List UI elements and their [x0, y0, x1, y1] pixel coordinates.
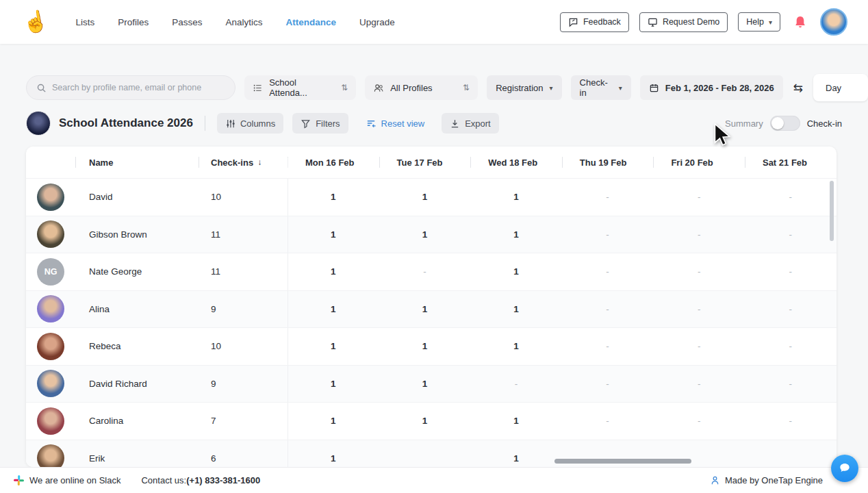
day-value: -	[653, 403, 745, 440]
user-avatar[interactable]	[820, 8, 847, 36]
day-value: -	[653, 253, 745, 290]
contact-label: Contact us:	[141, 475, 186, 485]
monitor-icon	[648, 17, 658, 27]
horizontal-scrollbar[interactable]	[554, 459, 691, 464]
toggle-label-checkin[interactable]: Check-in	[807, 118, 842, 129]
day-view-label: Day	[826, 83, 841, 93]
table-row[interactable]: Rebeca 10 1 1 1 - - -	[26, 327, 837, 365]
nav-upgrade[interactable]: Upgrade	[359, 17, 395, 27]
day-value: -	[745, 216, 837, 253]
day-value: 1	[470, 291, 562, 328]
profile-avatar	[37, 184, 64, 211]
registration-label: Registration	[496, 83, 543, 93]
made-by-link[interactable]: Made by OneTap Engine	[710, 475, 823, 485]
onetap-logo-icon[interactable]: ☝	[21, 10, 50, 34]
checkin-label: Check-in	[580, 77, 613, 98]
day-value: -	[562, 216, 654, 253]
top-navbar: ☝ Lists Profiles Passes Analytics Attend…	[0, 0, 868, 44]
feedback-button[interactable]: Feedback	[560, 12, 629, 32]
col-header-day-5: Sat 21 Feb	[745, 157, 837, 168]
day-value: -	[745, 179, 837, 216]
slack-icon	[14, 475, 24, 485]
day-value: 1	[470, 253, 562, 290]
date-range-picker[interactable]: Feb 1, 2026 - Feb 28, 2026	[640, 75, 783, 100]
summary-checkin-toggle[interactable]	[770, 116, 800, 131]
col-header-day-1: Tue 17 Feb	[379, 157, 471, 168]
search-box[interactable]	[26, 75, 235, 100]
list-selector-value: School Attenda...	[269, 77, 335, 98]
table-row[interactable]: Carolina 7 1 1 1 - - -	[26, 402, 837, 440]
day-value: 1	[470, 403, 562, 440]
list-selector[interactable]: School Attenda... ⇅	[244, 75, 356, 100]
day-value: 1	[288, 366, 379, 403]
col-header-checkins[interactable]: Check-ins ↓	[199, 157, 288, 168]
profile-name: Alina	[75, 304, 199, 314]
divider	[205, 116, 205, 131]
swap-dates-icon[interactable]: ⇆	[792, 81, 804, 95]
profile-name: David Richard	[75, 379, 199, 389]
day-value: -	[745, 366, 837, 403]
day-value: -	[653, 179, 745, 216]
person-icon	[710, 475, 720, 485]
table-row[interactable]: Erik 6 1 1	[26, 440, 837, 468]
toggle-knob	[771, 117, 784, 129]
help-button[interactable]: Help ▾	[738, 12, 780, 31]
view-toggle-group: Summary Check-in	[725, 116, 842, 131]
day-value: -	[745, 291, 837, 328]
slack-link[interactable]: We are online on Slack	[14, 475, 120, 485]
profile-name: David	[75, 192, 199, 202]
search-icon	[36, 83, 47, 93]
columns-button[interactable]: Columns	[217, 113, 283, 134]
export-button[interactable]: Export	[442, 113, 499, 134]
day-value: -	[653, 216, 745, 253]
chevron-down-icon: ▾	[619, 84, 622, 92]
date-range-value: Feb 1, 2026 - Feb 28, 2026	[665, 83, 774, 93]
profile-name: Erik	[75, 453, 199, 464]
contact-phone[interactable]: (+1) 833-381-1600	[186, 475, 260, 485]
checkins-count: 7	[199, 416, 288, 426]
nav-analytics[interactable]: Analytics	[226, 17, 263, 27]
nav-attendance[interactable]: Attendance	[286, 17, 337, 27]
registration-dropdown[interactable]: Registration ▾	[487, 75, 561, 100]
day-view-button[interactable]: Day	[813, 74, 868, 101]
avatar-cell	[26, 444, 75, 467]
checkin-dropdown[interactable]: Check-in ▾	[571, 75, 631, 100]
nav-profiles[interactable]: Profiles	[118, 17, 149, 27]
avatar-cell	[26, 220, 75, 248]
avatar-cell: NG	[26, 258, 75, 286]
table-row[interactable]: David Richard 9 1 1 - - - -	[26, 365, 837, 403]
day-value: 1	[379, 328, 471, 365]
search-input[interactable]	[52, 83, 225, 92]
avatar-cell	[26, 184, 75, 211]
profile-avatar	[37, 220, 64, 248]
table-row[interactable]: Alina 9 1 1 1 - - -	[26, 290, 837, 328]
vertical-scrollbar[interactable]	[830, 181, 834, 241]
day-value: -	[562, 366, 654, 403]
day-value: -	[745, 328, 837, 365]
list-logo-avatar	[26, 111, 51, 136]
day-value: 1	[379, 366, 471, 403]
day-value: 1	[470, 328, 562, 365]
notification-bell-icon[interactable]	[793, 14, 807, 29]
table-row[interactable]: Gibson Brown 11 1 1 1 - - -	[26, 216, 837, 253]
chat-icon	[838, 462, 852, 475]
made-by-text: Made by OneTap Engine	[725, 475, 823, 485]
profiles-selector[interactable]: All Profiles ⇅	[365, 75, 478, 100]
day-value: -	[562, 179, 654, 216]
export-label: Export	[465, 118, 491, 129]
day-value: 1	[470, 179, 562, 216]
day-value	[379, 440, 471, 468]
toggle-label-summary[interactable]: Summary	[725, 118, 763, 129]
reset-view-button[interactable]: Reset view	[357, 113, 433, 134]
day-value: 1	[288, 216, 379, 253]
day-value: 1	[288, 179, 379, 216]
nav-lists[interactable]: Lists	[75, 17, 94, 27]
table-row[interactable]: David 10 1 1 1 - - -	[26, 178, 837, 216]
table-row[interactable]: NG Nate George 11 1 - 1 - - -	[26, 253, 837, 290]
request-demo-button[interactable]: Request Demo	[639, 12, 728, 32]
col-header-day-2: Wed 18 Feb	[470, 157, 562, 168]
nav-passes[interactable]: Passes	[172, 17, 202, 27]
sort-desc-icon: ↓	[257, 157, 261, 167]
filters-button[interactable]: Filters	[292, 113, 348, 134]
chat-widget-button[interactable]	[831, 455, 858, 482]
